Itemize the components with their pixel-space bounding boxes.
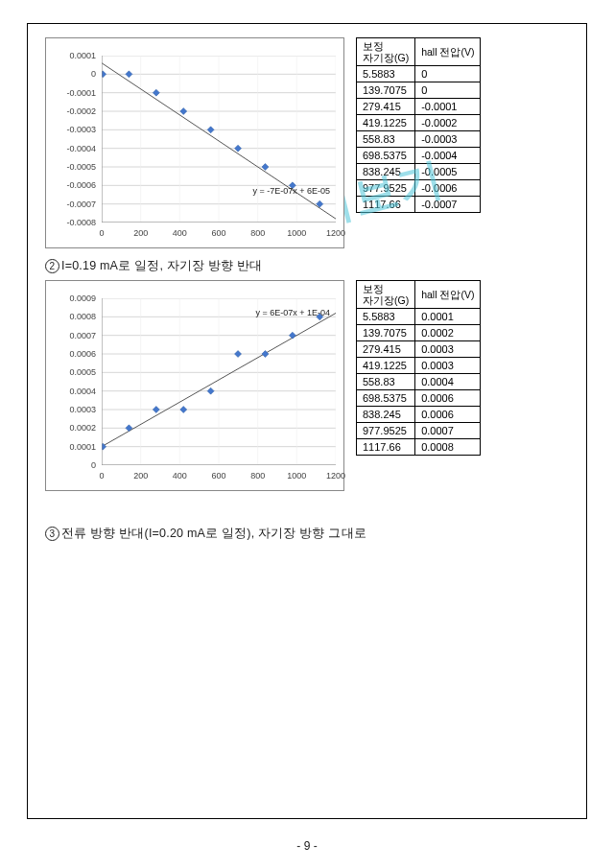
svg-marker-21 xyxy=(180,108,187,115)
ytick-label: 0.0002 xyxy=(69,423,96,433)
cell-g: 1117.66 xyxy=(357,439,415,456)
table-row: 419.1225-0.0002 xyxy=(357,115,481,131)
cell-g: 1117.66 xyxy=(357,197,415,213)
cell-v: -0.0004 xyxy=(415,148,481,164)
caption-2: 2I=0.19 mA로 일정, 자기장 방향 반대 xyxy=(45,258,569,274)
cell-g: 838.245 xyxy=(357,407,415,423)
table-row: 977.9525-0.0006 xyxy=(357,180,481,197)
svg-marker-20 xyxy=(153,89,159,96)
table-row: 698.5375-0.0004 xyxy=(357,148,481,164)
xtick-label: 800 xyxy=(250,471,265,481)
caption-3: 3전류 방향 반대(I=0.20 mA로 일정), 자기장 방향 그대로 xyxy=(45,526,569,542)
xtick-label: 1200 xyxy=(326,471,345,481)
ytick-label: 0.0009 xyxy=(69,293,96,303)
table-row: 698.53750.0006 xyxy=(357,390,481,407)
cell-g: 5.5883 xyxy=(357,66,415,82)
table-row: 139.70750.0002 xyxy=(357,325,481,341)
svg-marker-49 xyxy=(153,407,159,413)
xtick-label: 200 xyxy=(133,228,148,238)
table-header-row: 보정자기장(G) hall 전압(V) xyxy=(357,38,481,66)
xtick-label: 0 xyxy=(99,471,104,481)
table-row: 279.4150.0003 xyxy=(357,341,481,358)
cell-g: 977.9525 xyxy=(357,423,415,439)
cell-g: 558.83 xyxy=(357,374,415,390)
cell-v: 0.0007 xyxy=(415,423,481,439)
xtick-label: 800 xyxy=(250,228,265,238)
table-2-col1-header: 보정자기장(G) xyxy=(357,281,415,309)
ytick-label: 0.0001 xyxy=(69,51,96,60)
table-row: 279.415-0.0001 xyxy=(357,99,481,115)
cell-g: 558.83 xyxy=(357,131,415,148)
ytick-label: 0.0004 xyxy=(69,387,96,396)
block-1: 0.00010-0.0001-0.0002-0.0003-0.0004-0.00… xyxy=(45,37,569,248)
cell-v: -0.0006 xyxy=(415,180,481,197)
svg-marker-24 xyxy=(262,164,269,171)
svg-marker-22 xyxy=(207,127,214,133)
cell-g: 838.245 xyxy=(357,164,415,180)
ytick-label: -0.0006 xyxy=(66,180,96,190)
circled-number-3: 3 xyxy=(45,527,59,541)
content-frame: 미리보기 0.00010-0.0001-0.0002-0.0003-0.0004… xyxy=(27,23,587,819)
cell-v: -0.0003 xyxy=(415,131,481,148)
cell-g: 698.5375 xyxy=(357,148,415,164)
block-2: 0.00090.00080.00070.00060.00050.00040.00… xyxy=(45,280,569,491)
cell-v: 0.0003 xyxy=(415,341,481,358)
table-1: 보정자기장(G) hall 전압(V) 5.58830139.70750279.… xyxy=(356,37,481,213)
cell-v: -0.0005 xyxy=(415,164,481,180)
svg-marker-19 xyxy=(126,71,132,78)
cell-g: 279.415 xyxy=(357,99,415,115)
svg-marker-18 xyxy=(102,71,106,78)
table-row: 838.2450.0006 xyxy=(357,407,481,423)
ytick-label: -0.0002 xyxy=(66,106,96,116)
ytick-label: -0.0003 xyxy=(66,125,96,134)
chart-2-plot: y = 6E-07x + 1E-04 xyxy=(102,298,336,465)
table-row: 558.83-0.0003 xyxy=(357,131,481,148)
cell-v: 0.0003 xyxy=(415,358,481,374)
cell-g: 419.1225 xyxy=(357,115,415,131)
ytick-label: -0.0007 xyxy=(66,199,96,209)
ytick-label: 0 xyxy=(91,460,96,470)
cell-v: -0.0007 xyxy=(415,197,481,213)
ytick-label: 0.0008 xyxy=(69,312,96,321)
table-row: 1117.66-0.0007 xyxy=(357,197,481,213)
xtick-label: 1200 xyxy=(326,228,345,238)
cell-g: 5.5883 xyxy=(357,309,415,325)
cell-v: 0.0002 xyxy=(415,325,481,341)
cell-v: 0.0006 xyxy=(415,390,481,407)
ytick-label: -0.0008 xyxy=(66,218,96,227)
table-2-col2-header: hall 전압(V) xyxy=(415,281,481,309)
chart-2: 0.00090.00080.00070.00060.00050.00040.00… xyxy=(45,280,344,491)
table-1-col2-header: hall 전압(V) xyxy=(415,38,481,66)
table-row: 5.58830 xyxy=(357,66,481,82)
xtick-label: 200 xyxy=(133,471,148,481)
chart-1-equation: y = -7E-07x + 6E-05 xyxy=(252,186,330,196)
chart-2-yaxis: 0.00090.00080.00070.00060.00050.00040.00… xyxy=(48,298,98,465)
chart-2-equation: y = 6E-07x + 1E-04 xyxy=(255,308,330,317)
chart-1: 0.00010-0.0001-0.0002-0.0003-0.0004-0.00… xyxy=(45,37,344,248)
cell-g: 419.1225 xyxy=(357,358,415,374)
page: 미리보기 0.00010-0.0001-0.0002-0.0003-0.0004… xyxy=(0,0,614,868)
cell-v: -0.0002 xyxy=(415,115,481,131)
cell-g: 139.7075 xyxy=(357,325,415,341)
xtick-label: 600 xyxy=(211,228,225,238)
xtick-label: 400 xyxy=(173,228,187,238)
svg-marker-48 xyxy=(126,425,132,432)
chart-1-yaxis: 0.00010-0.0001-0.0002-0.0003-0.0004-0.00… xyxy=(48,56,98,223)
cell-v: 0.0001 xyxy=(415,309,481,325)
xtick-label: 400 xyxy=(173,471,187,481)
cell-v: 0 xyxy=(415,66,481,82)
chart-2-svg xyxy=(102,298,336,465)
svg-marker-51 xyxy=(207,387,214,394)
table-row: 139.70750 xyxy=(357,82,481,99)
table-header-row: 보정자기장(G) hall 전압(V) xyxy=(357,281,481,309)
svg-marker-50 xyxy=(180,407,187,413)
table-1-col1-header: 보정자기장(G) xyxy=(357,38,415,66)
ytick-label: 0.0006 xyxy=(69,349,96,359)
ytick-label: 0.0003 xyxy=(69,405,96,414)
table-row: 977.95250.0007 xyxy=(357,423,481,439)
xtick-label: 0 xyxy=(99,228,104,238)
cell-g: 139.7075 xyxy=(357,82,415,99)
ytick-label: -0.0004 xyxy=(66,144,96,153)
xtick-label: 600 xyxy=(211,471,225,481)
table-2: 보정자기장(G) hall 전압(V) 5.58830.0001139.7075… xyxy=(356,280,481,456)
